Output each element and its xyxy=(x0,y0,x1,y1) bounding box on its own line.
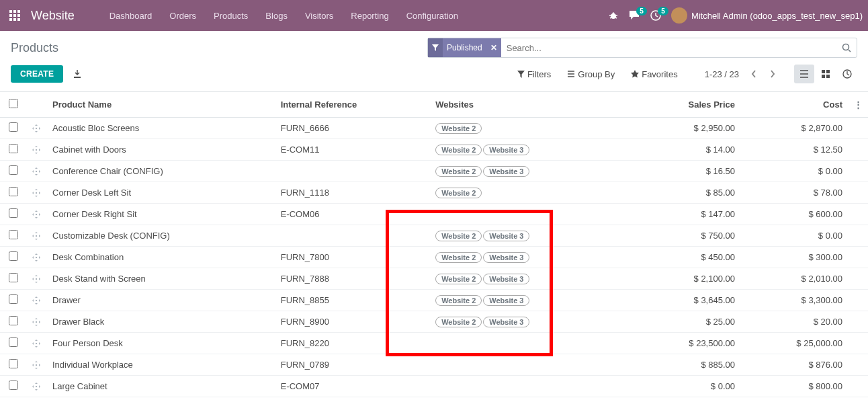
drag-handle-icon[interactable] xyxy=(27,204,47,225)
drag-handle-icon[interactable] xyxy=(27,333,47,354)
messaging-icon[interactable]: 5 xyxy=(628,9,640,22)
row-checkbox[interactable] xyxy=(9,230,18,239)
cell-name: Acoustic Bloc Screens xyxy=(47,118,275,139)
row-checkbox[interactable] xyxy=(9,273,18,282)
col-sales[interactable]: Sales Price xyxy=(619,92,740,118)
list-view-icon[interactable] xyxy=(794,65,814,83)
svg-rect-4 xyxy=(13,14,16,17)
svg-line-16 xyxy=(849,50,851,52)
svg-point-15 xyxy=(843,44,849,50)
row-checkbox[interactable] xyxy=(9,316,18,325)
table-row[interactable]: Drawer BlackFURN_8900Website 2Website 3$… xyxy=(0,311,868,333)
website-tag: Website 2 xyxy=(435,317,482,327)
apps-icon[interactable] xyxy=(5,6,24,25)
svg-rect-41 xyxy=(36,386,37,387)
svg-rect-39 xyxy=(36,343,37,344)
row-checkbox[interactable] xyxy=(9,294,18,304)
import-button[interactable] xyxy=(73,69,82,79)
pager-prev-icon[interactable] xyxy=(746,66,762,82)
brand-title[interactable]: Website xyxy=(31,9,75,23)
table-row[interactable]: Corner Desk Left SitFURN_1118Website 2$ … xyxy=(0,182,868,204)
table-row[interactable]: Individual WorkplaceFURN_0789$ 885.00$ 8… xyxy=(0,354,868,376)
svg-rect-33 xyxy=(36,214,37,215)
row-checkbox[interactable] xyxy=(9,187,18,196)
favorites-button[interactable]: Favorites xyxy=(631,69,677,79)
filters-button[interactable]: Filters xyxy=(517,69,551,79)
activity-icon[interactable]: 5 xyxy=(650,9,662,22)
debug-icon[interactable] xyxy=(608,10,619,21)
website-tag: Website 2 xyxy=(435,274,482,284)
drag-handle-icon[interactable] xyxy=(27,247,47,268)
col-name[interactable]: Product Name xyxy=(47,92,275,118)
cell-cost: $ 600.00 xyxy=(740,204,848,225)
drag-handle-icon[interactable] xyxy=(27,139,47,161)
table-row[interactable]: Large CabinetE-COM07$ 0.00$ 800.00 xyxy=(0,376,868,397)
row-checkbox[interactable] xyxy=(9,165,18,175)
cell-ref: FURN_8855 xyxy=(275,290,430,311)
cell-websites: Website 2Website 3 xyxy=(430,247,619,268)
kanban-view-icon[interactable] xyxy=(816,65,836,83)
groupby-button[interactable]: Group By xyxy=(567,69,615,79)
nav-right: 5 5 Mitchell Admin (odoo_apps_test_new_s… xyxy=(608,7,863,24)
pager-value[interactable]: 1-23 / 23 xyxy=(705,69,739,79)
col-ref[interactable]: Internal Reference xyxy=(275,92,430,118)
table-row[interactable]: Acoustic Bloc ScreensFURN_6666Website 2$… xyxy=(0,118,868,139)
nav-item-blogs[interactable]: Blogs xyxy=(257,7,296,25)
row-checkbox[interactable] xyxy=(9,251,18,261)
table-row[interactable]: Corner Desk Right SitE-COM06$ 147.00$ 60… xyxy=(0,204,868,225)
drag-handle-icon[interactable] xyxy=(27,268,47,290)
table-row[interactable]: Desk CombinationFURN_7800Website 2Websit… xyxy=(0,247,868,268)
drag-handle-icon[interactable] xyxy=(27,225,47,247)
cell-name: Corner Desk Right Sit xyxy=(47,204,275,225)
search-facet-published[interactable]: Published ✕ xyxy=(428,38,501,57)
columns-menu-icon[interactable]: ⋮ xyxy=(848,92,868,118)
search-bar[interactable]: Published ✕ xyxy=(427,38,857,58)
drag-handle-icon[interactable] xyxy=(27,118,47,139)
nav-item-configuration[interactable]: Configuration xyxy=(398,7,466,25)
nav-item-products[interactable]: Products xyxy=(206,7,256,25)
drag-handle-icon[interactable] xyxy=(27,376,47,397)
svg-rect-24 xyxy=(822,70,825,73)
nav-item-visitors[interactable]: Visitors xyxy=(297,7,341,25)
drag-handle-icon[interactable] xyxy=(27,311,47,333)
cell-ref: FURN_0789 xyxy=(275,354,430,376)
activity-view-icon[interactable] xyxy=(837,65,857,83)
website-tag: Website 2 xyxy=(435,123,482,134)
website-tag: Website 2 xyxy=(435,295,482,306)
drag-handle-icon[interactable] xyxy=(27,290,47,311)
nav-item-dashboard[interactable]: Dashboard xyxy=(101,7,161,25)
table-row[interactable]: Desk Stand with ScreenFURN_7888Website 2… xyxy=(0,268,868,290)
col-websites[interactable]: Websites xyxy=(430,92,619,118)
facet-remove-icon[interactable]: ✕ xyxy=(486,43,501,52)
row-checkbox[interactable] xyxy=(9,144,18,153)
drag-handle-icon[interactable] xyxy=(27,354,47,376)
table-row[interactable]: Cabinet with DoorsE-COM11Website 2Websit… xyxy=(0,139,868,161)
col-cost[interactable]: Cost xyxy=(740,92,848,118)
nav-menu: DashboardOrdersProductsBlogsVisitorsRepo… xyxy=(101,7,466,25)
cell-sales: $ 14.00 xyxy=(619,139,740,161)
search-icon[interactable] xyxy=(836,43,857,52)
create-button[interactable]: CREATE xyxy=(11,65,63,83)
nav-item-reporting[interactable]: Reporting xyxy=(343,7,396,25)
drag-handle-icon[interactable] xyxy=(27,182,47,204)
table-row[interactable]: Four Person DeskFURN_8220$ 23,500.00$ 25… xyxy=(0,333,868,354)
cell-websites: Website 2Website 3 xyxy=(430,290,619,311)
cell-ref xyxy=(275,225,430,247)
table-row[interactable]: Customizable Desk (CONFIG)Website 2Websi… xyxy=(0,225,868,247)
cell-cost: $ 25,000.00 xyxy=(740,333,848,354)
nav-item-orders[interactable]: Orders xyxy=(161,7,204,25)
row-checkbox[interactable] xyxy=(9,122,18,132)
select-all-checkbox[interactable] xyxy=(9,99,18,108)
website-tag: Website 3 xyxy=(483,231,529,241)
search-input[interactable] xyxy=(501,40,836,56)
row-checkbox[interactable] xyxy=(9,381,18,390)
table-row[interactable]: Conference Chair (CONFIG)Website 2Websit… xyxy=(0,161,868,182)
row-checkbox[interactable] xyxy=(9,359,18,368)
pager-next-icon[interactable] xyxy=(765,66,781,82)
user-menu[interactable]: Mitchell Admin (odoo_apps_test_new_sep1) xyxy=(671,7,863,24)
cell-name: Corner Desk Left Sit xyxy=(47,182,275,204)
table-row[interactable]: DrawerFURN_8855Website 2Website 3$ 3,645… xyxy=(0,290,868,311)
row-checkbox[interactable] xyxy=(9,208,18,218)
row-checkbox[interactable] xyxy=(9,337,18,347)
drag-handle-icon[interactable] xyxy=(27,161,47,182)
